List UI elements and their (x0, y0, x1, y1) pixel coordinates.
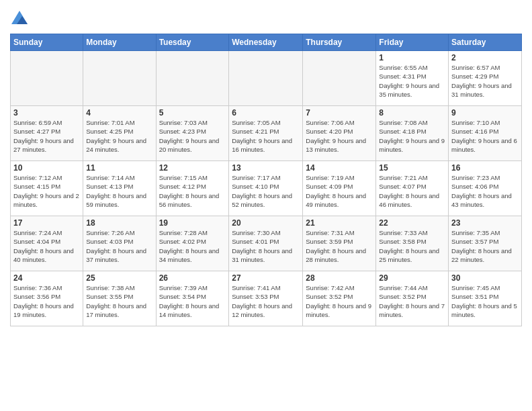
calendar-cell: 22Sunrise: 7:33 AM Sunset: 3:58 PM Dayli… (376, 216, 449, 271)
day-number: 2 (451, 53, 519, 62)
day-info: Sunrise: 6:59 AM Sunset: 4:27 PM Dayligh… (13, 118, 80, 154)
calendar-cell: 20Sunrise: 7:30 AM Sunset: 4:01 PM Dayli… (229, 216, 303, 271)
calendar-cell: 30Sunrise: 7:45 AM Sunset: 3:51 PM Dayli… (449, 271, 522, 326)
calendar-cell: 21Sunrise: 7:31 AM Sunset: 3:59 PM Dayli… (303, 216, 376, 271)
day-number: 15 (379, 163, 445, 173)
calendar-cell (11, 51, 83, 106)
day-number: 16 (451, 163, 519, 173)
day-number: 17 (13, 218, 80, 228)
day-info: Sunrise: 7:41 AM Sunset: 3:53 PM Dayligh… (232, 283, 300, 319)
calendar-cell: 29Sunrise: 7:44 AM Sunset: 3:52 PM Dayli… (376, 271, 449, 326)
day-info: Sunrise: 7:26 AM Sunset: 4:03 PM Dayligh… (86, 228, 152, 264)
calendar-cell: 18Sunrise: 7:26 AM Sunset: 4:03 PM Dayli… (83, 216, 156, 271)
day-header-saturday: Saturday (449, 34, 522, 51)
calendar-cell: 19Sunrise: 7:28 AM Sunset: 4:02 PM Dayli… (156, 216, 229, 271)
day-info: Sunrise: 7:35 AM Sunset: 3:57 PM Dayligh… (451, 228, 519, 264)
calendar-cell: 7Sunrise: 7:06 AM Sunset: 4:20 PM Daylig… (303, 106, 376, 161)
day-header-tuesday: Tuesday (156, 34, 229, 51)
calendar-cell (229, 51, 303, 106)
day-info: Sunrise: 7:15 AM Sunset: 4:12 PM Dayligh… (159, 173, 226, 209)
calendar-cell: 5Sunrise: 7:03 AM Sunset: 4:23 PM Daylig… (156, 106, 229, 161)
calendar: SundayMondayTuesdayWednesdayThursdayFrid… (10, 34, 522, 326)
day-info: Sunrise: 7:36 AM Sunset: 3:56 PM Dayligh… (13, 283, 80, 319)
day-info: Sunrise: 7:17 AM Sunset: 4:10 PM Dayligh… (232, 173, 300, 209)
calendar-cell: 28Sunrise: 7:42 AM Sunset: 3:52 PM Dayli… (303, 271, 376, 326)
day-number: 23 (451, 218, 519, 228)
day-number: 28 (306, 273, 373, 283)
day-info: Sunrise: 7:08 AM Sunset: 4:18 PM Dayligh… (379, 118, 445, 154)
day-number: 5 (159, 108, 226, 118)
day-number: 9 (451, 108, 519, 118)
day-header-monday: Monday (83, 34, 156, 51)
day-info: Sunrise: 7:06 AM Sunset: 4:20 PM Dayligh… (306, 118, 373, 154)
calendar-cell: 3Sunrise: 6:59 AM Sunset: 4:27 PM Daylig… (11, 106, 83, 161)
day-number: 11 (86, 163, 152, 173)
day-number: 20 (232, 218, 300, 228)
day-info: Sunrise: 7:24 AM Sunset: 4:04 PM Dayligh… (13, 228, 80, 264)
day-info: Sunrise: 7:23 AM Sunset: 4:06 PM Dayligh… (451, 173, 519, 209)
calendar-cell: 1Sunrise: 6:55 AM Sunset: 4:31 PM Daylig… (376, 51, 449, 106)
calendar-cell (303, 51, 376, 106)
day-header-sunday: Sunday (11, 34, 83, 51)
day-info: Sunrise: 7:05 AM Sunset: 4:21 PM Dayligh… (232, 118, 300, 154)
day-number: 3 (13, 108, 80, 118)
week-row-2: 10Sunrise: 7:12 AM Sunset: 4:15 PM Dayli… (11, 161, 522, 216)
calendar-cell: 10Sunrise: 7:12 AM Sunset: 4:15 PM Dayli… (11, 161, 83, 216)
week-row-3: 17Sunrise: 7:24 AM Sunset: 4:04 PM Dayli… (11, 216, 522, 271)
day-header-wednesday: Wednesday (229, 34, 303, 51)
day-number: 6 (232, 108, 300, 118)
day-number: 21 (306, 218, 373, 228)
day-info: Sunrise: 7:30 AM Sunset: 4:01 PM Dayligh… (232, 228, 300, 264)
week-row-0: 1Sunrise: 6:55 AM Sunset: 4:31 PM Daylig… (11, 51, 522, 106)
week-row-1: 3Sunrise: 6:59 AM Sunset: 4:27 PM Daylig… (11, 106, 522, 161)
day-info: Sunrise: 7:21 AM Sunset: 4:07 PM Dayligh… (379, 173, 445, 209)
calendar-cell: 6Sunrise: 7:05 AM Sunset: 4:21 PM Daylig… (229, 106, 303, 161)
calendar-cell: 12Sunrise: 7:15 AM Sunset: 4:12 PM Dayli… (156, 161, 229, 216)
day-number: 10 (13, 163, 80, 173)
day-header-thursday: Thursday (303, 34, 376, 51)
day-info: Sunrise: 7:45 AM Sunset: 3:51 PM Dayligh… (451, 283, 519, 319)
day-number: 14 (306, 163, 373, 173)
calendar-cell: 9Sunrise: 7:10 AM Sunset: 4:16 PM Daylig… (449, 106, 522, 161)
day-number: 27 (232, 273, 300, 283)
day-info: Sunrise: 7:42 AM Sunset: 3:52 PM Dayligh… (306, 283, 373, 319)
day-info: Sunrise: 7:44 AM Sunset: 3:52 PM Dayligh… (379, 283, 445, 319)
day-number: 13 (232, 163, 300, 173)
week-row-4: 24Sunrise: 7:36 AM Sunset: 3:56 PM Dayli… (11, 271, 522, 326)
calendar-cell: 8Sunrise: 7:08 AM Sunset: 4:18 PM Daylig… (376, 106, 449, 161)
day-number: 25 (86, 273, 152, 283)
day-info: Sunrise: 7:12 AM Sunset: 4:15 PM Dayligh… (13, 173, 80, 209)
header (10, 7, 522, 28)
day-info: Sunrise: 7:03 AM Sunset: 4:23 PM Dayligh… (159, 118, 226, 154)
day-number: 19 (159, 218, 226, 228)
calendar-cell: 27Sunrise: 7:41 AM Sunset: 3:53 PM Dayli… (229, 271, 303, 326)
calendar-header-row: SundayMondayTuesdayWednesdayThursdayFrid… (11, 34, 522, 51)
day-info: Sunrise: 7:19 AM Sunset: 4:09 PM Dayligh… (306, 173, 373, 209)
day-info: Sunrise: 7:28 AM Sunset: 4:02 PM Dayligh… (159, 228, 226, 264)
calendar-cell: 11Sunrise: 7:14 AM Sunset: 4:13 PM Dayli… (83, 161, 156, 216)
calendar-cell: 15Sunrise: 7:21 AM Sunset: 4:07 PM Dayli… (376, 161, 449, 216)
day-info: Sunrise: 7:01 AM Sunset: 4:25 PM Dayligh… (86, 118, 152, 154)
day-number: 7 (306, 108, 373, 118)
calendar-cell: 2Sunrise: 6:57 AM Sunset: 4:29 PM Daylig… (449, 51, 522, 106)
calendar-cell: 24Sunrise: 7:36 AM Sunset: 3:56 PM Dayli… (11, 271, 83, 326)
logo-icon (10, 9, 29, 28)
calendar-cell: 25Sunrise: 7:38 AM Sunset: 3:55 PM Dayli… (83, 271, 156, 326)
calendar-cell: 16Sunrise: 7:23 AM Sunset: 4:06 PM Dayli… (449, 161, 522, 216)
calendar-cell (156, 51, 229, 106)
page: SundayMondayTuesdayWednesdayThursdayFrid… (0, 0, 532, 411)
day-info: Sunrise: 7:31 AM Sunset: 3:59 PM Dayligh… (306, 228, 373, 264)
day-number: 24 (13, 273, 80, 283)
calendar-cell: 14Sunrise: 7:19 AM Sunset: 4:09 PM Dayli… (303, 161, 376, 216)
day-number: 29 (379, 273, 445, 283)
day-info: Sunrise: 7:39 AM Sunset: 3:54 PM Dayligh… (159, 283, 226, 319)
day-number: 4 (86, 108, 152, 118)
calendar-cell: 13Sunrise: 7:17 AM Sunset: 4:10 PM Dayli… (229, 161, 303, 216)
calendar-cell: 4Sunrise: 7:01 AM Sunset: 4:25 PM Daylig… (83, 106, 156, 161)
calendar-cell (83, 51, 156, 106)
day-number: 1 (379, 53, 445, 62)
day-info: Sunrise: 7:10 AM Sunset: 4:16 PM Dayligh… (451, 118, 519, 154)
day-header-friday: Friday (376, 34, 449, 51)
day-number: 26 (159, 273, 226, 283)
day-info: Sunrise: 6:57 AM Sunset: 4:29 PM Dayligh… (451, 63, 519, 99)
